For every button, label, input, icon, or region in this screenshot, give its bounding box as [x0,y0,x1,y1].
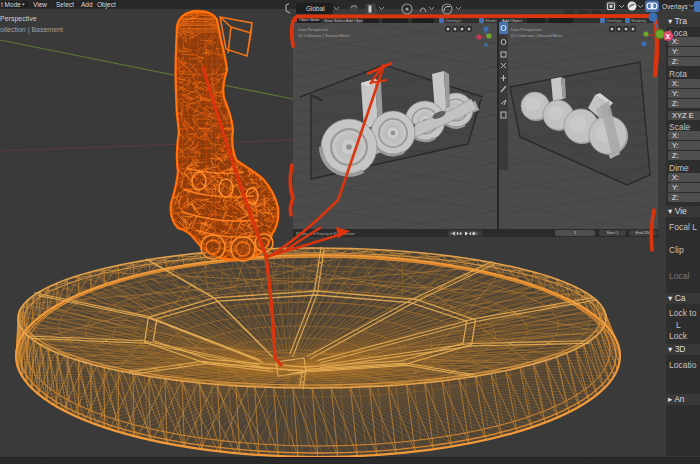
svg-text:X: X [666,33,671,40]
svg-text:Global: Global [306,5,325,12]
svg-text:Overlays: Overlays [662,3,688,11]
